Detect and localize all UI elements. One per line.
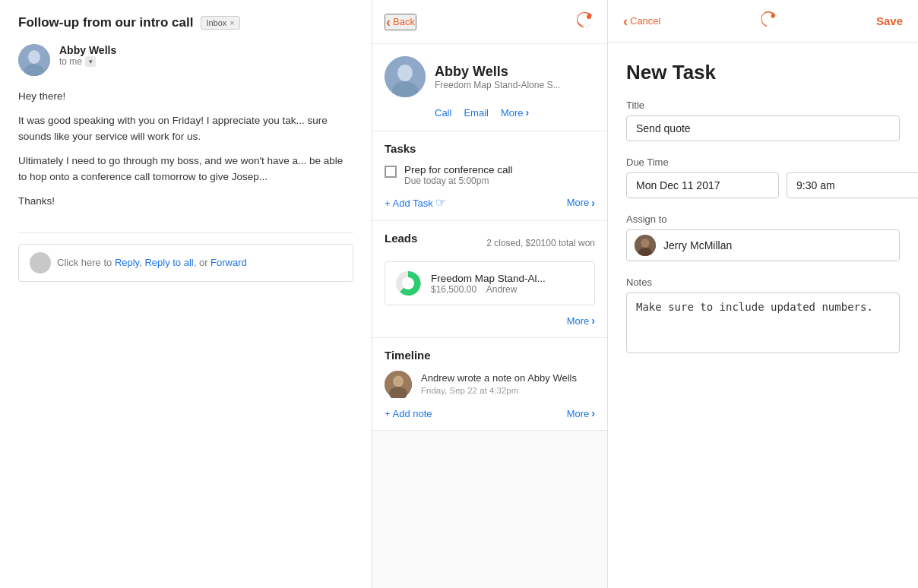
cancel-chevron-icon — [623, 14, 628, 28]
timeline-entry: Andrew wrote a note on Abby Wells Friday… — [385, 371, 595, 398]
inbox-badge: Inbox × — [201, 16, 239, 30]
timeline-title: Timeline — [385, 349, 595, 362]
lead-card[interactable]: Freedom Map Stand-Al... $16,500.00 Andre… — [385, 261, 595, 305]
crm-logo — [574, 9, 595, 34]
email-subject: Follow-up from our intro call — [18, 15, 193, 30]
due-time-input[interactable] — [787, 172, 918, 198]
tasks-chevron-icon — [591, 197, 595, 209]
due-time-group: Due Time — [626, 156, 900, 198]
due-date-input[interactable] — [626, 172, 779, 198]
svg-point-1 — [28, 50, 40, 64]
due-time-row — [626, 172, 900, 198]
title-input[interactable] — [626, 115, 900, 141]
task-item: Prep for conference call Due today at 5:… — [385, 164, 595, 186]
email-body: Hey there! It was good speaking with you… — [18, 88, 353, 217]
cancel-button[interactable]: Cancel — [623, 14, 660, 28]
lead-detail: $16,500.00 Andrew — [431, 284, 546, 295]
contact-actions: Call Email More — [385, 106, 595, 119]
contact-avatar — [385, 56, 426, 97]
forward-link[interactable]: Forward — [211, 257, 247, 268]
contact-card: Abby Wells Freedom Map Stand-Alone S... … — [372, 44, 607, 131]
chevron-right-icon — [526, 106, 530, 119]
timeline-avatar — [385, 371, 412, 398]
contact-name: Abby Wells — [435, 64, 560, 80]
sender-to: to me ▾ — [59, 56, 116, 67]
leads-footer: More — [385, 315, 595, 327]
contact-more-button[interactable]: More — [501, 106, 529, 119]
assign-avatar — [635, 235, 656, 256]
sender-name: Abby Wells — [59, 44, 116, 56]
assign-group: Assign to Jerry McMillan — [626, 213, 900, 261]
task-due: Due today at 5:00pm — [404, 175, 595, 186]
due-time-label: Due Time — [626, 156, 900, 168]
close-badge-button[interactable]: × — [230, 18, 234, 27]
new-task-title: New Task — [626, 61, 900, 84]
email-button[interactable]: Email — [464, 107, 489, 119]
notes-group: Notes Make sure to include updated numbe… — [626, 277, 900, 353]
tasks-title: Tasks — [385, 142, 595, 155]
task-checkbox[interactable] — [385, 166, 397, 178]
assign-row[interactable]: Jerry McMillan — [626, 229, 900, 261]
task-form: New Task Title Due Time Assign to — [608, 43, 918, 371]
contact-company: Freedom Map Stand-Alone S... — [435, 80, 560, 90]
svg-point-5 — [397, 65, 413, 81]
contact-row: Abby Wells Freedom Map Stand-Alone S... — [385, 56, 595, 97]
timeline-more-button[interactable]: More — [567, 407, 595, 419]
contact-info: Abby Wells Freedom Map Stand-Alone S... — [435, 64, 560, 90]
assign-label: Assign to — [626, 213, 900, 225]
email-greeting: Hey there! — [18, 88, 353, 105]
task-panel: Cancel Save New Task Title Due Time Assi… — [608, 0, 918, 588]
svg-point-8 — [402, 277, 414, 289]
leads-section: Leads 2 closed, $20100 total won Freedom… — [372, 221, 607, 338]
dropdown-arrow[interactable]: ▾ — [85, 56, 96, 67]
leads-more-button[interactable]: More — [567, 315, 595, 327]
title-label: Title — [626, 100, 900, 111]
reply-text: Click here to Reply, Reply to all, or Fo… — [57, 257, 247, 268]
tasks-more-button[interactable]: More — [567, 197, 595, 209]
email-subject-row: Follow-up from our intro call Inbox × — [18, 15, 353, 30]
leads-title: Leads — [385, 232, 417, 245]
svg-point-3 — [587, 14, 591, 19]
leads-chevron-icon — [591, 315, 595, 327]
svg-point-14 — [641, 239, 650, 248]
task-name: Prep for conference call — [404, 164, 595, 175]
notes-label: Notes — [626, 277, 900, 288]
leads-summary: 2 closed, $20100 total won — [486, 238, 595, 248]
tasks-section: Tasks Prep for conference call Due today… — [372, 131, 607, 221]
back-button[interactable]: Back — [385, 14, 416, 30]
title-group: Title — [626, 100, 900, 141]
email-meta: Abby Wells to me ▾ — [18, 44, 353, 76]
reply-link[interactable]: Reply — [115, 257, 139, 268]
email-sign: Thanks! — [18, 193, 353, 210]
timeline-content: Andrew wrote a note on Abby Wells Friday… — [421, 371, 577, 395]
email-panel: Follow-up from our intro call Inbox × Ab… — [0, 0, 372, 588]
notes-textarea[interactable]: Make sure to include updated numbers. — [626, 292, 900, 353]
reply-bar[interactable]: Click here to Reply, Reply to all, or Fo… — [18, 244, 353, 282]
call-button[interactable]: Call — [435, 107, 451, 119]
save-button[interactable]: Save — [876, 14, 903, 27]
task-panel-header: Cancel Save — [608, 0, 918, 43]
add-note-button[interactable]: + Add note — [385, 408, 432, 419]
email-para1: It was good speaking with you on Friday!… — [18, 112, 353, 145]
reply-all-link[interactable]: Reply to all — [144, 257, 193, 268]
task-panel-logo — [758, 9, 778, 33]
lead-info: Freedom Map Stand-Al... $16,500.00 Andre… — [431, 273, 546, 295]
svg-point-12 — [771, 14, 775, 18]
timeline-time: Friday, Sep 22 at 4:32pm — [421, 386, 577, 395]
lead-name: Freedom Map Stand-Al... — [431, 273, 546, 284]
crm-header: Back — [372, 0, 607, 44]
sender-info: Abby Wells to me ▾ — [59, 44, 116, 67]
task-content: Prep for conference call Due today at 5:… — [404, 164, 595, 186]
timeline-section: Timeline Andrew wrote a note on Abby Wel… — [372, 338, 607, 431]
sender-avatar — [18, 44, 50, 76]
lead-pie-chart — [394, 270, 422, 297]
add-task-button[interactable]: + Add Task ☞ — [385, 195, 446, 210]
tasks-footer: + Add Task ☞ More — [385, 195, 595, 210]
chevron-left-icon — [386, 15, 391, 29]
assign-name: Jerry McMillan — [663, 239, 732, 251]
svg-point-10 — [393, 376, 404, 387]
email-para2: Ultimately I need to go through my boss,… — [18, 153, 353, 185]
timeline-chevron-icon — [591, 407, 595, 419]
cursor-icon: ☞ — [435, 195, 446, 210]
leads-header: Leads 2 closed, $20100 total won — [385, 232, 595, 254]
